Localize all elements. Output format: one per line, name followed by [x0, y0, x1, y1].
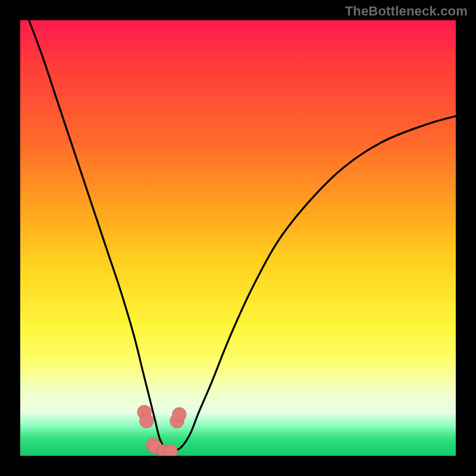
watermark: TheBottleneck.com — [345, 4, 468, 19]
dip-marker — [139, 414, 154, 428]
chart-svg — [20, 20, 456, 456]
chart-frame: TheBottleneck.com — [0, 0, 476, 476]
bottleneck-curve — [29, 20, 456, 452]
plot-area — [20, 20, 456, 456]
dip-marker — [172, 408, 186, 422]
